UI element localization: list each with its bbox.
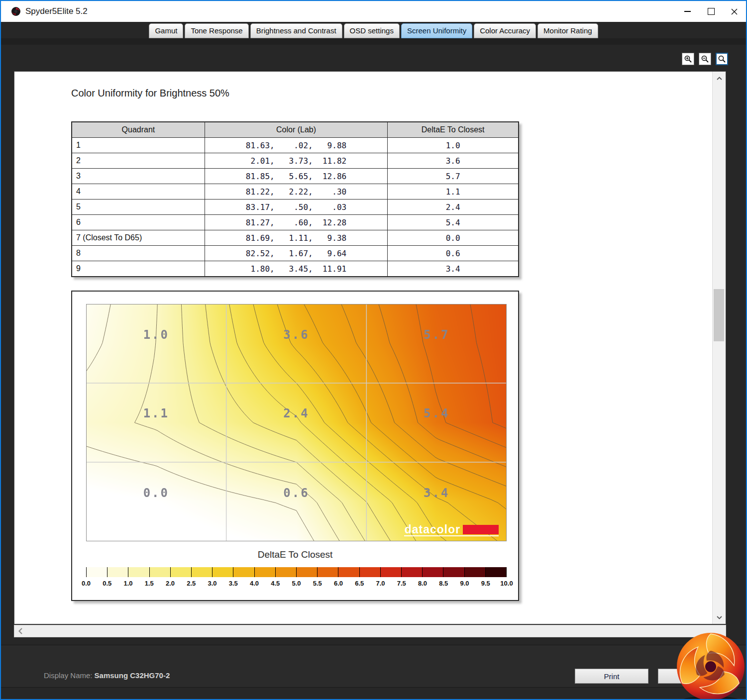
tab-monitor-rating[interactable]: Monitor Rating <box>537 23 598 38</box>
table-cell: 81.22, 2.22, .30 <box>205 184 387 200</box>
vertical-scrollbar[interactable] <box>712 72 726 624</box>
table-row: 9 1.80, 3.45, 11.913.4 <box>72 261 519 277</box>
table-row: 583.17, .50, .032.4 <box>72 200 519 215</box>
maximize-icon <box>708 8 715 15</box>
table-cell: 83.17, .50, .03 <box>205 200 387 215</box>
datacolor-spyder-ball-logo <box>675 631 747 700</box>
contour-value-label: 0.6 <box>283 486 309 500</box>
colorbar-segment <box>254 567 275 577</box>
colorbar-segment <box>359 567 380 577</box>
page-title: Color Uniformity for Brightness 50% <box>71 88 229 99</box>
colorbar-segment <box>464 567 485 577</box>
colorbar-tick-label: 0.5 <box>103 580 111 587</box>
contour-value-label: 3.4 <box>424 486 449 500</box>
minimize-icon <box>684 11 691 12</box>
datacolor-watermark: datacolor <box>404 524 499 536</box>
zoom-out-button[interactable] <box>699 53 711 65</box>
tab-underband <box>1 38 746 45</box>
display-name-value: Samsung C32HG70-2 <box>95 671 170 680</box>
scroll-up-button[interactable] <box>713 73 726 84</box>
display-name-label: Display Name: <box>44 671 93 680</box>
maximize-button[interactable] <box>699 1 723 22</box>
colorbar-segment <box>86 567 107 577</box>
table-cell: 1.80, 3.45, 11.91 <box>205 261 387 277</box>
zoom-in-button[interactable] <box>682 53 694 65</box>
colorbar-tick-label: 8.5 <box>439 580 448 587</box>
colorbar-tick-label: 6.0 <box>334 580 343 587</box>
table-cell: 8 <box>72 246 205 261</box>
spyder-app-icon <box>11 6 21 16</box>
colorbar-segment <box>380 567 401 577</box>
colorbar-segment <box>170 567 191 577</box>
colorbar-tick-label: 1.5 <box>145 580 154 587</box>
colorbar-segment <box>422 567 443 577</box>
colorbar-tick-label: 7.0 <box>376 580 385 587</box>
magnifier-minus-icon <box>701 55 709 63</box>
table-cell: 6 <box>72 215 205 230</box>
colorbar-tick-label: 9.0 <box>460 580 469 587</box>
scroll-down-button[interactable] <box>713 612 726 623</box>
colorbar-tick-label: 3.5 <box>229 580 238 587</box>
display-name: Display Name:Samsung C32HG70-2 <box>44 671 170 680</box>
table-cell: 9 <box>72 261 205 277</box>
tab-color-accuracy[interactable]: Color Accuracy <box>474 23 536 38</box>
tab-osd-settings[interactable]: OSD settings <box>344 23 400 38</box>
chevron-left-icon <box>18 628 22 634</box>
app-content: GamutTone ResponseBrightness and Contras… <box>1 22 746 699</box>
print-button[interactable]: Print <box>575 669 648 684</box>
column-header-deltae: DeltaE To Closest <box>388 122 519 138</box>
contour-value-label: 2.4 <box>283 406 309 420</box>
colorbar <box>86 567 507 577</box>
vertical-scrollbar-thumb[interactable] <box>714 289 724 341</box>
colorbar-segment <box>128 567 149 577</box>
window-title: Spyder5Elite 5.2 <box>25 6 88 16</box>
table-cell: 2 <box>72 153 205 169</box>
colorbar-segment <box>191 567 212 577</box>
table-cell: 3.6 <box>388 153 519 169</box>
table-cell: 82.52, 1.67, 9.64 <box>205 246 387 261</box>
column-header-color-lab: Color (Lab) <box>205 122 387 138</box>
contour-value-label: 5.4 <box>424 406 449 420</box>
table-cell: 7 (Closest To D65) <box>72 230 205 246</box>
table-row: 181.63, .02, 9.881.0 <box>72 138 519 153</box>
colorbar-tick-label: 7.5 <box>397 580 406 587</box>
table-row: 882.52, 1.67, 9.640.6 <box>72 246 519 261</box>
table-cell: 2.01, 3.73, 11.82 <box>205 153 387 169</box>
colorbar-tick-label: 9.5 <box>481 580 490 587</box>
colorbar-segment <box>107 567 128 577</box>
table-row: 7 (Closest To D65)81.69, 1.11, 9.380.0 <box>72 230 519 246</box>
table-row: 2 2.01, 3.73, 11.823.6 <box>72 153 519 169</box>
tab-tone-response[interactable]: Tone Response <box>185 23 248 38</box>
close-button[interactable] <box>723 1 746 22</box>
colorbar-tick-label: 4.0 <box>250 580 259 587</box>
datacolor-wordmark: datacolor <box>404 524 460 535</box>
colorbar-segment <box>233 567 254 577</box>
table-cell: 81.63, .02, 9.88 <box>205 138 387 153</box>
colorbar-tick-label: 5.0 <box>292 580 301 587</box>
table-cell: 2.4 <box>388 200 519 215</box>
colorbar-segment <box>317 567 338 577</box>
document-page: Color Uniformity for Brightness 50% Quad… <box>14 71 726 624</box>
scroll-left-button[interactable] <box>18 627 22 636</box>
zoom-fit-button[interactable] <box>716 53 728 65</box>
footer-divider-bottom <box>1 687 746 688</box>
table-row: 481.22, 2.22, .301.1 <box>72 184 519 200</box>
app-window: Spyder5Elite 5.2 GamutTone ResponseBrigh… <box>0 0 747 700</box>
contour-map: 1.03.65.71.12.45.40.00.63.4 datacolor <box>86 304 507 541</box>
window-controls <box>676 1 746 22</box>
colorbar-tick-label: 0.0 <box>82 580 91 587</box>
tab-gamut[interactable]: Gamut <box>149 23 183 38</box>
horizontal-scrollbar[interactable] <box>14 625 726 637</box>
colorbar-tick-label: 6.5 <box>355 580 364 587</box>
magnifier-icon <box>718 55 726 63</box>
table-cell: 1 <box>72 138 205 153</box>
colorbar-tick-label: 10.0 <box>500 580 513 587</box>
tab-screen-uniformity[interactable]: Screen Uniformity <box>401 23 472 38</box>
contour-value-label: 1.0 <box>143 328 169 342</box>
chevron-down-icon <box>717 616 722 619</box>
tab-brightness-and-contrast[interactable]: Brightness and Contrast <box>250 23 342 38</box>
table-cell: 4 <box>72 184 205 200</box>
minimize-button[interactable] <box>676 1 699 22</box>
colorbar-segment <box>338 567 359 577</box>
tab-bar: GamutTone ResponseBrightness and Contras… <box>1 23 746 38</box>
